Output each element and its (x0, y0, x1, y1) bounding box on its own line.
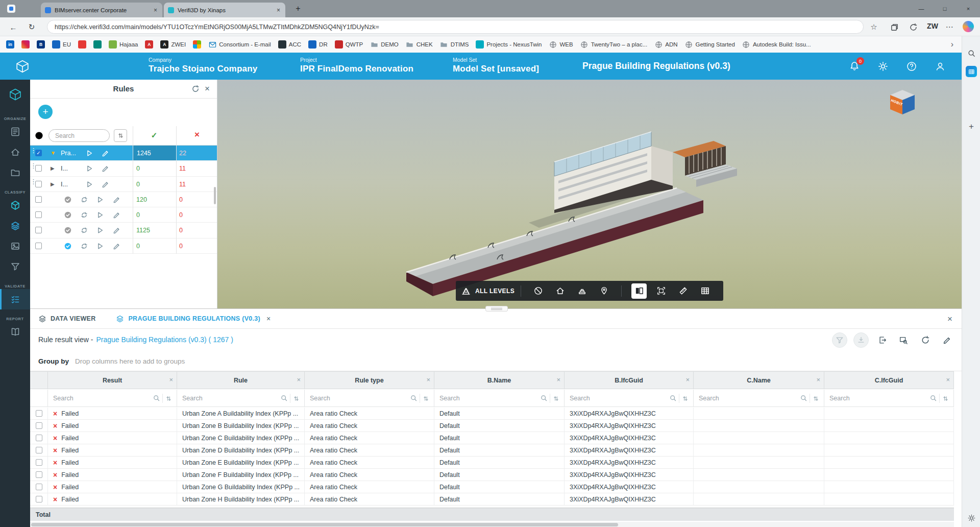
horizontal-scrollbar[interactable] (30, 522, 954, 527)
model-viewer[interactable]: HOBIT ALL LEVELS (217, 80, 962, 308)
bookmark-item[interactable] (78, 40, 86, 49)
rerun-rule-icon[interactable] (80, 226, 88, 234)
column-header-c_ifcguid[interactable]: C.IfcGuid × (824, 372, 954, 389)
sort-column-button[interactable] (550, 394, 562, 403)
bookmark-item[interactable]: QWTP (335, 40, 363, 49)
bookmark-item[interactable]: in (6, 40, 14, 49)
column-header-b_ifcguid[interactable]: B.IfcGuid × (565, 372, 694, 389)
back-button[interactable]: ← (7, 21, 19, 33)
help-icon[interactable] (906, 61, 917, 72)
rules-search-input[interactable] (48, 129, 110, 142)
row-checkbox[interactable] (36, 422, 42, 429)
close-rules-panel-icon[interactable]: × (202, 84, 212, 94)
bookmark-item[interactable]: DEMO (370, 40, 399, 49)
remove-column-icon[interactable]: × (946, 376, 950, 384)
section-box-icon[interactable] (650, 281, 672, 301)
export-results-button[interactable] (875, 332, 890, 348)
result-row[interactable]: ×FailedUrban Zone E Buildability Index (… (30, 457, 954, 469)
column-search-input[interactable] (699, 393, 792, 404)
bookmark-item[interactable]: DTIMS (440, 40, 469, 49)
sort-column-button[interactable] (939, 394, 951, 403)
rules-scrollbar-thumb[interactable] (214, 187, 216, 204)
locate-icon[interactable] (593, 281, 615, 301)
expander-icon[interactable]: ▶ (51, 165, 55, 171)
sidebar-item-rules-icon[interactable] (0, 289, 30, 309)
refresh-rules-icon[interactable] (190, 84, 201, 94)
resize-handle[interactable] (485, 306, 508, 312)
minimize-button[interactable]: — (910, 0, 933, 17)
bookmark-item[interactable]: A (145, 40, 153, 49)
sidebar-settings-icon[interactable] (966, 512, 977, 523)
bookmark-item[interactable]: Hajaaa (109, 40, 138, 49)
bookmark-item[interactable] (193, 40, 201, 49)
maximize-button[interactable]: □ (933, 0, 957, 17)
workspace-icon[interactable] (7, 5, 15, 13)
refresh-results-button[interactable] (918, 332, 933, 348)
close-results-panel-icon[interactable]: × (947, 314, 952, 324)
row-checkbox[interactable] (35, 181, 42, 187)
sidebar-item-filter-icon[interactable] (0, 256, 30, 277)
tab-data-viewer[interactable]: DATA VIEWER (38, 315, 95, 323)
bookmark-item[interactable]: Consortium - E-mail (208, 40, 271, 49)
search-icon[interactable] (966, 47, 977, 59)
column-header-result[interactable]: Result × (48, 372, 177, 389)
column-search-input[interactable] (829, 393, 922, 404)
row-checkbox[interactable] (35, 243, 42, 249)
bookmark-item[interactable]: ADN (654, 40, 677, 49)
rule-set-link[interactable]: Prague Building Regulations (v0.3) ( 126… (96, 336, 233, 344)
new-tab-button[interactable]: + (292, 3, 304, 14)
result-row[interactable]: ×FailedUrban Zone G Buildability Index (… (30, 481, 954, 493)
settings-icon[interactable] (877, 61, 889, 72)
run-rule-icon[interactable] (96, 196, 104, 204)
browser-tab[interactable]: BIMserver.center Corporate × (41, 3, 162, 17)
company-selector[interactable]: Company Trajche Stojano Company (149, 57, 257, 74)
bookmark-item[interactable]: B (37, 40, 45, 49)
column-search-input[interactable] (182, 393, 273, 404)
column-search-input[interactable] (310, 393, 402, 404)
column-header-rule[interactable]: Rule × (177, 372, 305, 389)
row-checkbox[interactable] (36, 484, 42, 490)
edit-rule-icon[interactable] (102, 180, 110, 188)
column-header-b_name[interactable]: B.Name × (434, 372, 565, 389)
run-rule-icon[interactable] (96, 211, 104, 219)
measure-icon[interactable] (672, 281, 694, 301)
close-window-button[interactable]: × (957, 0, 980, 17)
remove-column-icon[interactable]: × (169, 376, 173, 384)
sort-column-button[interactable] (290, 394, 302, 403)
add-sidebar-app-icon[interactable]: + (966, 121, 977, 132)
rerun-rule-icon[interactable] (80, 196, 88, 204)
edit-rule-icon[interactable] (113, 242, 121, 250)
close-tab-icon[interactable]: × (153, 7, 158, 14)
result-row[interactable]: ×FailedUrban Zone D Buildability Index (… (30, 444, 954, 457)
row-checkbox[interactable] (36, 410, 42, 417)
favorite-star-icon[interactable]: ☆ (868, 21, 880, 33)
elevation-icon[interactable] (571, 281, 593, 301)
edit-rule-icon[interactable] (113, 211, 121, 219)
sidebar-item-model-icon[interactable] (0, 195, 30, 215)
rule-group-row[interactable]: ▶ I... ⋮ 0 11 (30, 177, 217, 192)
result-row[interactable]: ×FailedUrban Zone C Buildability Index (… (30, 432, 954, 444)
browser-tab[interactable]: Verifi3D by Xinaps × (164, 3, 285, 17)
sort-rules-button[interactable] (114, 129, 127, 142)
rerun-rule-icon[interactable] (80, 242, 88, 250)
row-checkbox[interactable] (36, 496, 42, 502)
sidebar-item-views-icon[interactable] (0, 236, 30, 256)
filter-results-button[interactable] (832, 332, 847, 348)
bookmark-item[interactable]: Getting Started (685, 40, 735, 49)
result-row[interactable]: ×FailedUrban Zone H Buildability Index (… (30, 493, 954, 506)
project-selector[interactable]: Project IPR FinalDemo Renovation (300, 57, 413, 74)
bookmark-item[interactable]: ACC (278, 40, 301, 49)
scrollbar-thumb[interactable] (31, 523, 618, 526)
column-search-input[interactable] (53, 393, 145, 404)
expander-icon[interactable]: ▶ (51, 181, 55, 187)
close-tab-icon[interactable]: × (276, 7, 281, 14)
rerun-rule-icon[interactable] (80, 211, 88, 219)
expander-icon[interactable]: ▼ (51, 150, 56, 156)
row-checkbox[interactable] (35, 227, 42, 233)
remove-column-icon[interactable]: × (426, 376, 430, 384)
sidebar-item-library-icon[interactable] (0, 122, 30, 142)
bookmark-item[interactable]: EU (52, 40, 71, 49)
copilot-icon[interactable] (963, 21, 974, 32)
row-checkbox[interactable] (35, 165, 42, 172)
rule-row[interactable]: 120 0 (30, 192, 217, 207)
